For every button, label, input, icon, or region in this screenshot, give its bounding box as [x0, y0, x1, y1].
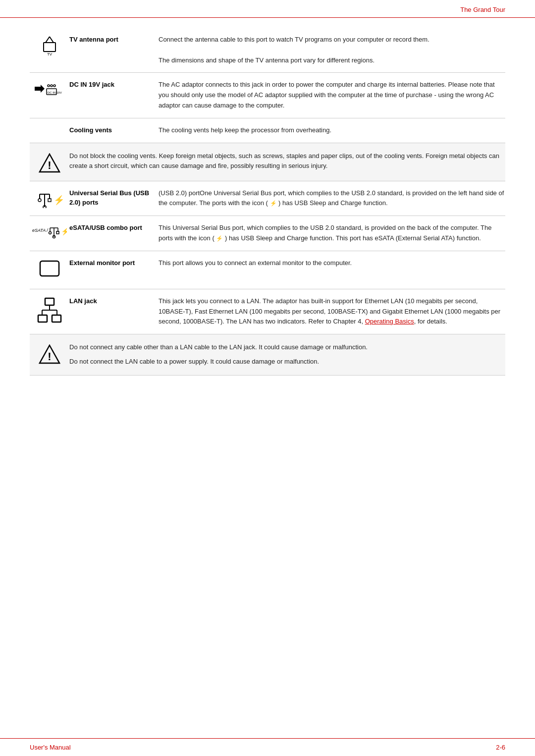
desc-esata: This Universal Serial Bus port, which co… [159, 223, 505, 244]
label-tv-antenna: TV antenna port [69, 35, 159, 45]
header-title: The Grand Tour [460, 6, 505, 13]
label-cooling-vents: Cooling vents [69, 125, 159, 135]
svg-rect-35 [38, 315, 47, 322]
icon-cell-lan [30, 296, 69, 324]
table-row: TV TV antenna port Connect the antenna c… [30, 28, 505, 73]
table-row: LAN jack This jack lets you connect to a… [30, 289, 505, 334]
warning-triangle-icon-1: ! [39, 153, 60, 173]
svg-text:⚡: ⚡ [54, 195, 64, 206]
desc-tv-antenna: Connect the antenna cable to this port t… [159, 35, 505, 65]
operating-basics-link[interactable]: Operating Basics [365, 318, 414, 325]
svg-rect-26 [56, 231, 59, 234]
svg-line-0 [46, 37, 50, 43]
svg-rect-29 [40, 261, 59, 276]
svg-text:TV: TV [47, 52, 53, 56]
esata-icon: eSATA / ⚡ [32, 224, 67, 239]
warning-triangle-icon-2: ! [39, 344, 60, 364]
svg-text:!: ! [48, 159, 51, 171]
esata-lightning-icon: ⚡ [216, 235, 223, 241]
desc-lan: This jack lets you connect to a LAN. The… [159, 296, 505, 327]
usb-lightning-icon: ⚡ [270, 200, 277, 206]
lan-icon [37, 297, 62, 324]
table-row: ⚡ Universal Serial Bus (USB 2.0) ports (… [30, 181, 505, 216]
label-dc-in: DC IN 19V jack [69, 80, 159, 90]
svg-rect-2 [44, 43, 55, 52]
table-row: Cooling vents The cooling vents help kee… [30, 118, 505, 143]
tv-antenna-icon: TV [39, 36, 60, 57]
warning-icon-cell-1: ! [30, 151, 69, 173]
label-esata: eSATA/USB combo port [69, 223, 159, 233]
desc-cooling-vents: The cooling vents help keep the processo… [159, 125, 505, 136]
label-usb: Universal Serial Bus (USB 2.0) ports [69, 188, 159, 208]
warning-row-1: ! Do not block the cooling vents. Keep f… [30, 143, 505, 181]
desc-external-monitor: This port allows you to connect an exter… [159, 258, 505, 269]
svg-text:DC IN 19V: DC IN 19V [48, 91, 62, 94]
svg-point-6 [51, 85, 53, 87]
warning-row-2: ! Do not connect any cable other than a … [30, 334, 505, 376]
table-row: DC IN 19V DC IN 19V jack The AC adaptor … [30, 73, 505, 118]
label-external-monitor: External monitor port [69, 258, 159, 268]
icon-cell-dc: DC IN 19V [30, 80, 69, 97]
page-footer: User's Manual 2-6 [0, 738, 535, 756]
svg-text:eSATA /: eSATA / [32, 228, 49, 233]
icon-cell-cooling [30, 125, 69, 126]
svg-line-1 [50, 37, 54, 43]
warning-icon-cell-2: ! [30, 342, 69, 364]
svg-rect-30 [45, 298, 54, 305]
label-lan: LAN jack [69, 296, 159, 306]
usb-icon: ⚡ [35, 189, 64, 208]
desc-usb: (USB 2.0) portOne Universal Serial Bus p… [159, 188, 505, 209]
table-row: eSATA / ⚡ eSATA/USB combo port This Univ… [30, 216, 505, 251]
icon-cell-usb: ⚡ [30, 188, 69, 208]
icon-cell-esata: eSATA / ⚡ [30, 223, 69, 239]
warning-text-1: Do not block the cooling vents. Keep for… [69, 151, 505, 172]
svg-text:!: ! [48, 350, 51, 363]
icon-cell-monitor [30, 258, 69, 282]
svg-point-25 [49, 232, 52, 234]
svg-marker-4 [35, 85, 45, 93]
svg-rect-36 [52, 315, 61, 322]
page-container: The Grand Tour TV TV antenna port Connec… [0, 0, 535, 756]
footer-left: User's Manual [30, 744, 71, 751]
page-header: The Grand Tour [0, 0, 535, 18]
desc-dc-in: The AC adaptor connects to this jack in … [159, 80, 505, 110]
svg-point-7 [54, 85, 55, 87]
svg-point-5 [48, 85, 50, 87]
table-row: External monitor port This port allows y… [30, 251, 505, 289]
dc-in-icon: DC IN 19V [35, 81, 64, 97]
footer-right: 2-6 [496, 744, 505, 751]
monitor-icon [38, 259, 61, 282]
icon-cell-tv: TV [30, 35, 69, 57]
svg-text:⚡: ⚡ [61, 227, 67, 236]
main-content: TV TV antenna port Connect the antenna c… [0, 18, 535, 405]
warning-text-2: Do not connect any cable other than a LA… [69, 342, 505, 367]
